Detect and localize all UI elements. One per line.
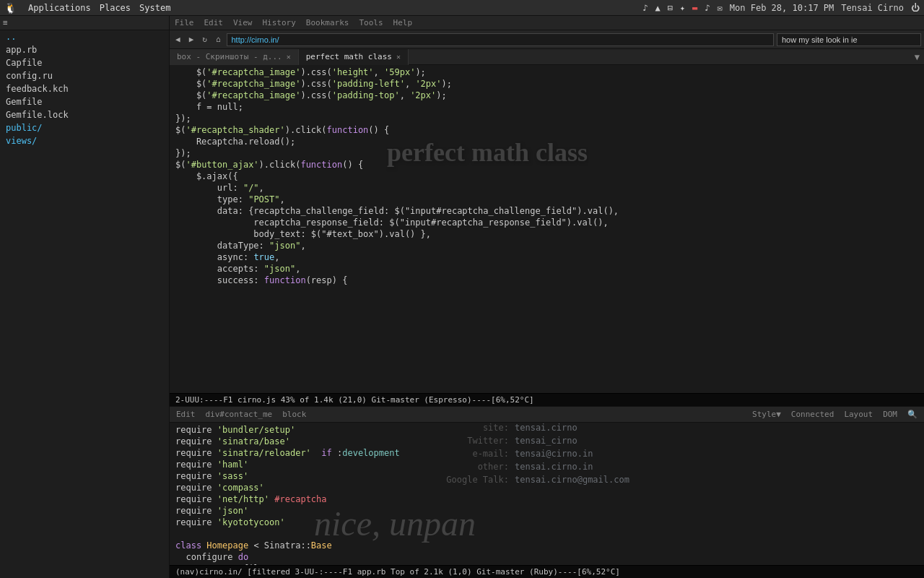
code-line: require 'bundler/setup'	[170, 424, 924, 436]
beat-icon: ♪	[642, 3, 648, 13]
file-item-dotdot[interactable]: ..	[0, 30, 169, 43]
code-line: });	[170, 147, 924, 159]
tool-layout[interactable]: Layout	[842, 410, 875, 419]
code-line: require 'sinatra/reloader' if :developme…	[170, 447, 924, 459]
datetime: Mon Feb 28, 10:17 PM	[730, 3, 834, 13]
tab-label: box - Скриншоты - д...	[177, 52, 282, 61]
status-text-bottom: (nav)cirno.in/ [filtered 3-UU-:----F1 ap…	[175, 567, 620, 577]
status-bar-top: 2-UUU:----F1 cirno.js 43% of 1.4k (21,0)…	[170, 393, 924, 406]
toolbar-edit[interactable]: Edit	[202, 18, 226, 27]
battery-icon: ▬	[692, 3, 697, 13]
address-bar-input[interactable]	[227, 33, 775, 46]
editor-area: File Edit View History Bookmarks Tools H…	[170, 16, 924, 578]
code-line	[170, 528, 924, 540]
bottom-editor[interactable]: Edit div#contact_me block Style▼ Connect…	[170, 406, 924, 565]
wifi-icon: ▲	[655, 3, 660, 13]
browser-bar: ◀ ▶ ↻ ⌂	[170, 30, 924, 49]
bluetooth-icon: ✦	[680, 3, 685, 13]
forward-button[interactable]: ▶	[186, 35, 197, 44]
app-menu: 🐧 Applications Places System	[4, 2, 170, 14]
toolbar-file[interactable]: File	[173, 18, 196, 27]
code-line: $('#recaptcha_image').css('padding-left'…	[170, 78, 924, 90]
reload-button[interactable]: ↻	[199, 35, 210, 44]
main-layout: ≡ .. app.rb Capfile config.ru feedback.k…	[0, 16, 924, 578]
code-line: $('#recaptcha_shader').click(function() …	[170, 124, 924, 136]
file-item-capfile[interactable]: Capfile	[0, 56, 169, 69]
menu-applications[interactable]: Applications	[28, 3, 91, 13]
top-code-content: $('#recaptcha_image').css('height', '59p…	[170, 65, 924, 393]
code-line: success: function(resp) {	[170, 275, 924, 286]
tab-list-button[interactable]: ▼	[910, 52, 924, 62]
code-line: require 'compass'	[170, 482, 924, 493]
file-item-public[interactable]: public/	[0, 121, 169, 134]
toolbar-view[interactable]: View	[231, 18, 255, 27]
search-input[interactable]	[777, 33, 921, 46]
code-line: require 'sass'	[170, 470, 924, 482]
code-line: data: {recaptcha_challenge_field: $("inp…	[170, 205, 924, 217]
code-line: class Homepage < Sinatra::Base	[170, 540, 924, 551]
file-item-config-ru[interactable]: config.ru	[0, 69, 169, 82]
tab-bar: box - Скриншоты - д... ✕ perfect math cl…	[170, 49, 924, 65]
email-icon: ✉	[718, 3, 723, 13]
system-tray: ♪ ▲ ⊟ ✦ ▬ ♪ ✉ Mon Feb 28, 10:17 PM Tensa…	[642, 3, 920, 13]
toolbar-tools[interactable]: Tools	[357, 18, 385, 27]
bottom-code-content: require 'bundler/setup' require 'sinatra…	[170, 423, 924, 565]
code-line: require 'json'	[170, 505, 924, 517]
menu-system[interactable]: System	[139, 3, 170, 13]
tab-box-screenshots[interactable]: box - Скриншоты - д... ✕	[170, 49, 299, 65]
tool-div-contact[interactable]: div#contact_me	[204, 410, 275, 419]
tool-edit[interactable]: Edit	[174, 410, 198, 419]
toolbar-help[interactable]: Help	[391, 18, 415, 27]
tool-dom[interactable]: DOM	[881, 410, 899, 419]
distro-icon: 🐧	[4, 2, 17, 14]
code-line: require 'sinatra/base'	[170, 436, 924, 447]
tool-connected[interactable]: Connected	[789, 410, 837, 419]
code-line: $('#recaptcha_image').css('height', '59p…	[170, 66, 924, 78]
system-bar: 🐧 Applications Places System ♪ ▲ ⊟ ✦ ▬ ♪…	[0, 0, 924, 16]
tab-close-icon[interactable]: ✕	[396, 53, 401, 61]
tool-style[interactable]: Style▼	[750, 410, 783, 419]
file-item-gemfile-lock[interactable]: Gemfile.lock	[0, 108, 169, 121]
search-icon[interactable]: 🔍	[905, 410, 920, 419]
username: Tensai Cirno	[841, 3, 904, 13]
code-line: $.ajax({	[170, 171, 924, 182]
file-item-views[interactable]: views/	[0, 134, 169, 147]
code-line: require 'net/http' #recaptcha	[170, 493, 924, 505]
tab-perfect-math[interactable]: perfect math class ✕	[299, 49, 409, 65]
code-line: async: true,	[170, 251, 924, 263]
menu-places[interactable]: Places	[100, 3, 131, 13]
file-label: ..	[6, 32, 16, 42]
file-label: Capfile	[6, 58, 43, 68]
tab-close-icon[interactable]: ✕	[287, 53, 291, 61]
tool-block[interactable]: block	[280, 410, 308, 419]
file-label: Gemfile.lock	[6, 110, 69, 120]
toolbar-history[interactable]: History	[261, 18, 298, 27]
file-item-app-rb[interactable]: app.rb	[0, 43, 169, 56]
sidebar-toolbar: ≡	[0, 16, 169, 30]
volume-icon: ♪	[705, 3, 710, 13]
toolbar-bookmarks[interactable]: Bookmarks	[304, 18, 352, 27]
tab-label: perfect math class	[306, 52, 392, 61]
file-label: feedback.kch	[6, 84, 69, 94]
file-item-feedback[interactable]: feedback.kch	[0, 82, 169, 95]
home-button[interactable]: ⌂	[213, 35, 224, 44]
top-editor[interactable]: $('#recaptcha_image').css('height', '59p…	[170, 65, 924, 393]
editor-toolbar: File Edit View History Bookmarks Tools H…	[170, 16, 924, 30]
file-item-gemfile[interactable]: Gemfile	[0, 95, 169, 108]
file-label: views/	[6, 136, 37, 146]
status-bar-bottom: (nav)cirno.in/ [filtered 3-UU-:----F1 ap…	[170, 565, 924, 578]
code-line: require 'haml'	[170, 459, 924, 470]
code-line: $('#recaptcha_image').css('padding-top',…	[170, 90, 924, 101]
back-button[interactable]: ◀	[173, 35, 183, 44]
status-text-top: 2-UUU:----F1 cirno.js 43% of 1.4k (21,0)…	[175, 395, 534, 405]
code-line: configure do	[170, 551, 924, 563]
bottom-tools-bar: Edit div#contact_me block Style▼ Connect…	[170, 407, 924, 423]
code-line: body_text: $("#text_box").val() },	[170, 228, 924, 240]
file-sidebar: ≡ .. app.rb Capfile config.ru feedback.k…	[0, 16, 170, 578]
code-line: recaptcha_response_field: $("input#recap…	[170, 217, 924, 228]
code-line: });	[170, 113, 924, 124]
file-label: Gemfile	[6, 97, 43, 107]
sidebar-label: ≡	[3, 18, 8, 27]
file-label: config.ru	[6, 71, 53, 81]
code-line: require 'kyototycoon'	[170, 517, 924, 528]
